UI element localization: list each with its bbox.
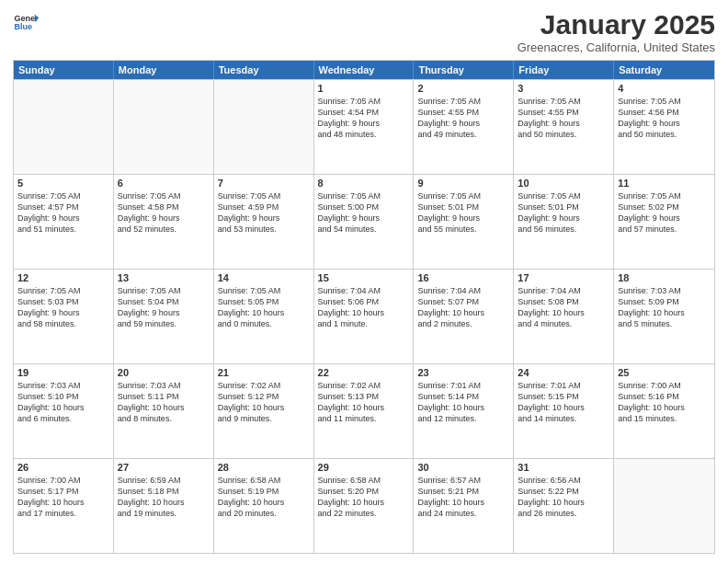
day-cell-30: 30Sunrise: 6:57 AM Sunset: 5:21 PM Dayli… [414, 459, 514, 553]
day-cell-15: 15Sunrise: 7:04 AM Sunset: 5:06 PM Dayli… [314, 270, 415, 363]
day-info: Sunrise: 7:05 AM Sunset: 5:04 PM Dayligh… [118, 285, 210, 330]
day-info: Sunrise: 7:05 AM Sunset: 5:00 PM Dayligh… [318, 190, 410, 236]
day-cell-9: 9Sunrise: 7:05 AM Sunset: 5:01 PM Daylig… [414, 175, 514, 269]
day-info: Sunrise: 7:05 AM Sunset: 5:01 PM Dayligh… [518, 190, 609, 236]
day-cell-1: 1Sunrise: 7:05 AM Sunset: 4:54 PM Daylig… [314, 80, 415, 174]
day-info: Sunrise: 6:59 AM Sunset: 5:18 PM Dayligh… [118, 475, 210, 520]
logo: General Blue [13, 9, 39, 35]
day-cell-12: 12Sunrise: 7:05 AM Sunset: 5:03 PM Dayli… [14, 270, 114, 363]
day-cell-28: 28Sunrise: 6:58 AM Sunset: 5:19 PM Dayli… [214, 459, 314, 553]
day-info: Sunrise: 7:03 AM Sunset: 5:09 PM Dayligh… [618, 285, 711, 330]
day-number: 8 [318, 178, 410, 189]
day-cell-6: 6Sunrise: 7:05 AM Sunset: 4:58 PM Daylig… [114, 175, 214, 269]
day-number: 7 [218, 178, 310, 189]
day-number: 6 [118, 178, 210, 189]
day-number: 17 [518, 272, 609, 283]
day-cell-3: 3Sunrise: 7:05 AM Sunset: 4:55 PM Daylig… [514, 80, 614, 174]
day-info: Sunrise: 7:05 AM Sunset: 5:05 PM Dayligh… [218, 285, 310, 330]
day-info: Sunrise: 7:05 AM Sunset: 4:54 PM Dayligh… [318, 96, 410, 141]
day-number: 22 [318, 367, 410, 378]
day-number: 23 [417, 367, 509, 378]
day-info: Sunrise: 7:05 AM Sunset: 5:03 PM Dayligh… [17, 285, 109, 330]
location: Greenacres, California, United States [518, 40, 715, 54]
day-info: Sunrise: 7:04 AM Sunset: 5:08 PM Dayligh… [518, 285, 609, 330]
title-block: January 2025 Greenacres, California, Uni… [518, 9, 715, 54]
empty-cell [114, 80, 214, 174]
weekday-header-monday: Monday [114, 61, 214, 79]
day-info: Sunrise: 7:00 AM Sunset: 5:17 PM Dayligh… [17, 475, 109, 520]
day-cell-19: 19Sunrise: 7:03 AM Sunset: 5:10 PM Dayli… [14, 364, 114, 458]
day-cell-16: 16Sunrise: 7:04 AM Sunset: 5:07 PM Dayli… [414, 270, 514, 363]
day-number: 1 [318, 83, 410, 94]
day-info: Sunrise: 7:02 AM Sunset: 5:12 PM Dayligh… [218, 380, 310, 425]
empty-cell [614, 459, 714, 553]
day-info: Sunrise: 7:05 AM Sunset: 4:55 PM Dayligh… [417, 96, 509, 141]
day-number: 19 [17, 367, 109, 378]
calendar-row-1: 5Sunrise: 7:05 AM Sunset: 4:57 PM Daylig… [14, 174, 714, 269]
day-cell-27: 27Sunrise: 6:59 AM Sunset: 5:18 PM Dayli… [114, 459, 214, 553]
day-cell-14: 14Sunrise: 7:05 AM Sunset: 5:05 PM Dayli… [214, 270, 314, 363]
day-cell-31: 31Sunrise: 6:56 AM Sunset: 5:22 PM Dayli… [514, 459, 614, 553]
day-number: 26 [17, 462, 109, 473]
month-title: January 2025 [518, 9, 715, 40]
day-number: 30 [417, 462, 509, 473]
calendar-row-0: 1Sunrise: 7:05 AM Sunset: 4:54 PM Daylig… [14, 79, 714, 174]
day-info: Sunrise: 7:05 AM Sunset: 4:56 PM Dayligh… [618, 96, 711, 141]
day-cell-22: 22Sunrise: 7:02 AM Sunset: 5:13 PM Dayli… [314, 364, 415, 458]
day-info: Sunrise: 6:57 AM Sunset: 5:21 PM Dayligh… [417, 475, 509, 520]
day-cell-26: 26Sunrise: 7:00 AM Sunset: 5:17 PM Dayli… [14, 459, 114, 553]
day-number: 10 [518, 178, 609, 189]
day-cell-29: 29Sunrise: 6:58 AM Sunset: 5:20 PM Dayli… [314, 459, 415, 553]
calendar-body: 1Sunrise: 7:05 AM Sunset: 4:54 PM Daylig… [14, 79, 714, 553]
day-cell-8: 8Sunrise: 7:05 AM Sunset: 5:00 PM Daylig… [314, 175, 415, 269]
day-number: 12 [17, 272, 109, 283]
day-number: 5 [17, 178, 109, 189]
weekday-header-friday: Friday [514, 61, 614, 79]
day-cell-18: 18Sunrise: 7:03 AM Sunset: 5:09 PM Dayli… [614, 270, 714, 363]
day-info: Sunrise: 7:05 AM Sunset: 4:58 PM Dayligh… [118, 190, 210, 236]
day-cell-2: 2Sunrise: 7:05 AM Sunset: 4:55 PM Daylig… [414, 80, 514, 174]
day-cell-11: 11Sunrise: 7:05 AM Sunset: 5:02 PM Dayli… [614, 175, 714, 269]
day-number: 11 [618, 178, 711, 189]
day-info: Sunrise: 6:58 AM Sunset: 5:19 PM Dayligh… [218, 475, 310, 520]
day-cell-24: 24Sunrise: 7:01 AM Sunset: 5:15 PM Dayli… [514, 364, 614, 458]
day-number: 25 [618, 367, 711, 378]
day-number: 2 [417, 83, 509, 94]
day-info: Sunrise: 7:02 AM Sunset: 5:13 PM Dayligh… [318, 380, 410, 425]
day-number: 14 [218, 272, 310, 283]
day-number: 29 [318, 462, 410, 473]
day-number: 9 [417, 178, 509, 189]
day-number: 16 [417, 272, 509, 283]
calendar-row-3: 19Sunrise: 7:03 AM Sunset: 5:10 PM Dayli… [14, 363, 714, 458]
day-info: Sunrise: 7:03 AM Sunset: 5:11 PM Dayligh… [118, 380, 210, 425]
day-info: Sunrise: 7:04 AM Sunset: 5:07 PM Dayligh… [417, 285, 509, 330]
weekday-header-wednesday: Wednesday [314, 61, 415, 79]
day-info: Sunrise: 6:58 AM Sunset: 5:20 PM Dayligh… [318, 475, 410, 520]
day-number: 27 [118, 462, 210, 473]
logo-icon: General Blue [13, 9, 39, 35]
day-info: Sunrise: 7:01 AM Sunset: 5:15 PM Dayligh… [518, 380, 609, 425]
day-info: Sunrise: 7:00 AM Sunset: 5:16 PM Dayligh… [618, 380, 711, 425]
calendar-header: SundayMondayTuesdayWednesdayThursdayFrid… [14, 61, 714, 79]
calendar-row-4: 26Sunrise: 7:00 AM Sunset: 5:17 PM Dayli… [14, 458, 714, 553]
empty-cell [14, 80, 114, 174]
calendar-row-2: 12Sunrise: 7:05 AM Sunset: 5:03 PM Dayli… [14, 269, 714, 363]
day-number: 15 [318, 272, 410, 283]
weekday-header-saturday: Saturday [614, 61, 714, 79]
day-cell-23: 23Sunrise: 7:01 AM Sunset: 5:14 PM Dayli… [414, 364, 514, 458]
day-info: Sunrise: 7:03 AM Sunset: 5:10 PM Dayligh… [17, 380, 109, 425]
day-cell-10: 10Sunrise: 7:05 AM Sunset: 5:01 PM Dayli… [514, 175, 614, 269]
svg-text:Blue: Blue [14, 22, 32, 31]
day-number: 21 [218, 367, 310, 378]
weekday-header-sunday: Sunday [14, 61, 114, 79]
day-cell-25: 25Sunrise: 7:00 AM Sunset: 5:16 PM Dayli… [614, 364, 714, 458]
day-number: 13 [118, 272, 210, 283]
day-info: Sunrise: 7:05 AM Sunset: 4:55 PM Dayligh… [518, 96, 609, 141]
day-cell-21: 21Sunrise: 7:02 AM Sunset: 5:12 PM Dayli… [214, 364, 314, 458]
weekday-header-thursday: Thursday [414, 61, 514, 79]
day-cell-17: 17Sunrise: 7:04 AM Sunset: 5:08 PM Dayli… [514, 270, 614, 363]
day-number: 3 [518, 83, 609, 94]
day-cell-20: 20Sunrise: 7:03 AM Sunset: 5:11 PM Dayli… [114, 364, 214, 458]
day-number: 4 [618, 83, 711, 94]
day-cell-5: 5Sunrise: 7:05 AM Sunset: 4:57 PM Daylig… [14, 175, 114, 269]
